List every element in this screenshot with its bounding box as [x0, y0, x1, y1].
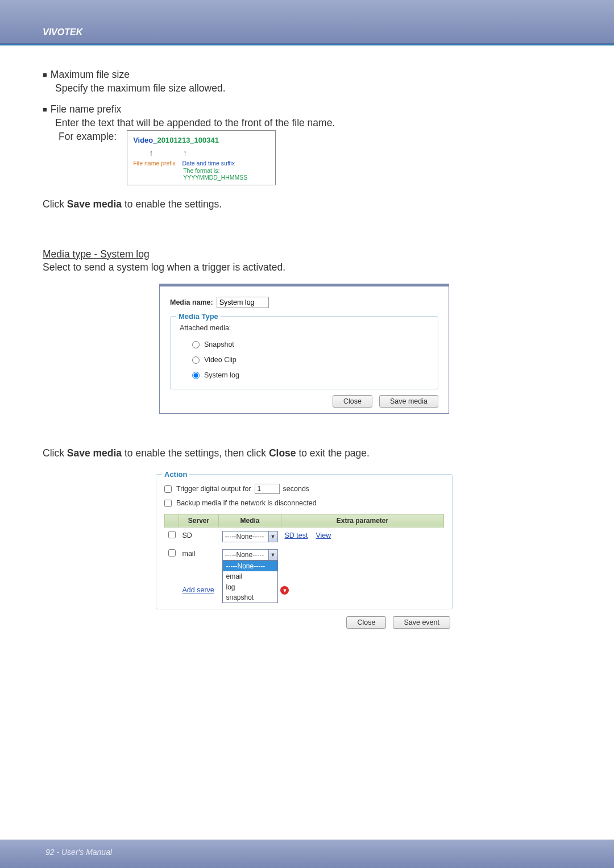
table-row: mail -----None----- ▼ -----None----- ema… [165, 546, 444, 564]
radio-video-label: Video Clip [204, 355, 237, 365]
backup-media-checkbox[interactable] [164, 500, 172, 507]
trigger-digital-output-row: Trigger digital output for seconds [164, 484, 444, 494]
radio-system-log[interactable]: System log [192, 371, 429, 380]
example-box: Video_20101213_100341 ↑ ↑ File name pref… [127, 130, 276, 186]
media-type-fieldset: Media Type Attached media: Snapshot Vide… [170, 316, 438, 390]
max-file-title: Maximum file size [51, 68, 130, 82]
radio-snapshot[interactable]: Snapshot [192, 340, 429, 350]
square-bullet-icon: ■ [43, 70, 47, 84]
example-label-prefix: File name prefix [133, 160, 176, 167]
up-arrow-icon: ↑ [149, 147, 154, 159]
media-type-heading: Media type - System log [43, 248, 150, 260]
sd-test-link[interactable]: SD test [285, 531, 308, 539]
file-prefix-desc: Enter the text that will be appended to … [55, 117, 566, 130]
text-post: to enable the settings. [122, 198, 222, 210]
click-save-media-2: Click Save media to enable the settings,… [43, 447, 566, 460]
page-footer: 92 - User's Manual [0, 840, 614, 868]
example-label-suffix: Date and time suffix [182, 160, 235, 167]
radio-video-input[interactable] [192, 356, 200, 364]
sd-media-value: -----None----- [225, 532, 264, 541]
radio-snapshot-label: Snapshot [204, 340, 234, 350]
radio-syslog-label: System log [204, 371, 239, 380]
trigger-digital-output-checkbox[interactable] [164, 485, 172, 493]
chevron-down-icon: ▼ [268, 550, 277, 560]
mail-media-dropdown-list: -----None----- email log snapshot [222, 560, 278, 603]
backup-media-row: Backup media if the network is disconnec… [164, 499, 444, 508]
text-post: to exit the page. [296, 447, 370, 459]
text-mid: to enable the settings, then click [122, 447, 269, 459]
example-format-note: The format is: YYYYMMDD_HHMMSS [183, 167, 269, 181]
text-pre: Click [43, 198, 67, 210]
text-pre: Click [43, 447, 67, 459]
table-row: Add serve dia ▼ [165, 564, 444, 599]
dropdown-option[interactable]: -----None----- [223, 561, 277, 571]
server-sd-label: SD [179, 528, 219, 546]
radio-video-clip[interactable]: Video Clip [192, 355, 429, 365]
media-type-dialog: Media name: Media Type Attached media: S… [159, 284, 449, 414]
chevron-down-icon: ▼ [268, 531, 277, 542]
media-name-label: Media name: [170, 298, 213, 308]
mail-row-checkbox[interactable] [168, 549, 176, 556]
save-event-button[interactable]: Save event [393, 616, 450, 629]
bullet-max-file-size: ■ Maximum file size [43, 68, 566, 82]
attached-media-label: Attached media: [180, 323, 429, 333]
square-bullet-icon: ■ [43, 105, 47, 118]
media-type-select-desc: Select to send a system log when a trigg… [43, 261, 566, 275]
header-divider [0, 43, 614, 44]
media-name-input[interactable] [217, 297, 269, 308]
server-mail-label: mail [179, 546, 219, 564]
th-server: Server [179, 514, 219, 527]
page-header: VIVOTEK [0, 0, 614, 44]
sd-media-select[interactable]: -----None----- ▼ [222, 531, 278, 542]
text-bold-save-media: Save media [67, 447, 122, 459]
example-prefix-text: Video_ [133, 136, 157, 144]
view-link[interactable]: View [316, 531, 331, 539]
trigger-prefix-label: Trigger digital output for [176, 484, 251, 494]
mail-media-select[interactable]: -----None----- ▼ -----None----- email lo… [222, 549, 278, 560]
dropdown-option[interactable]: log [223, 582, 277, 592]
table-row: SD -----None----- ▼ SD test View [165, 528, 444, 546]
brand-label: VIVOTEK [43, 27, 82, 38]
click-save-media-1: Click Save media to enable the settings. [43, 198, 566, 211]
close-button[interactable]: Close [346, 616, 386, 629]
action-legend: Action [162, 470, 189, 480]
radio-syslog-input[interactable] [192, 372, 200, 379]
trigger-suffix-label: seconds [283, 484, 310, 494]
save-media-button[interactable]: Save media [379, 395, 438, 408]
action-table: Server Media Extra parameter SD -----Non… [164, 514, 444, 599]
max-file-desc: Specify the maximum file size allowed. [55, 82, 566, 95]
th-extra: Extra parameter [281, 514, 444, 527]
file-prefix-title: File name prefix [51, 103, 122, 117]
action-dialog: Action Trigger digital output for second… [156, 474, 453, 629]
close-button[interactable]: Close [333, 395, 372, 408]
example-date-text: 20101213_100341 [157, 136, 219, 144]
trigger-seconds-input[interactable] [255, 484, 280, 494]
dropdown-option[interactable]: snapshot [223, 592, 277, 603]
backup-media-label: Backup media if the network is disconnec… [176, 499, 317, 508]
bullet-file-prefix: ■ File name prefix [43, 103, 566, 117]
down-circle-icon[interactable]: ▼ [280, 586, 289, 595]
mail-media-value: -----None----- [225, 550, 264, 559]
for-example-label: For example: [59, 130, 117, 186]
text-bold-close: Close [269, 447, 296, 459]
media-type-legend: Media Type [176, 312, 221, 322]
dropdown-option[interactable]: email [223, 571, 277, 582]
sd-row-checkbox[interactable] [168, 531, 176, 538]
up-arrow-icon: ↑ [183, 147, 188, 159]
footer-page-label: 92 - User's Manual [45, 848, 112, 857]
th-media: Media [219, 514, 281, 527]
add-server-link[interactable]: Add serve [182, 586, 214, 594]
text-bold-save-media: Save media [67, 198, 122, 210]
table-header-row: Server Media Extra parameter [165, 514, 444, 527]
radio-snapshot-input[interactable] [192, 341, 200, 348]
